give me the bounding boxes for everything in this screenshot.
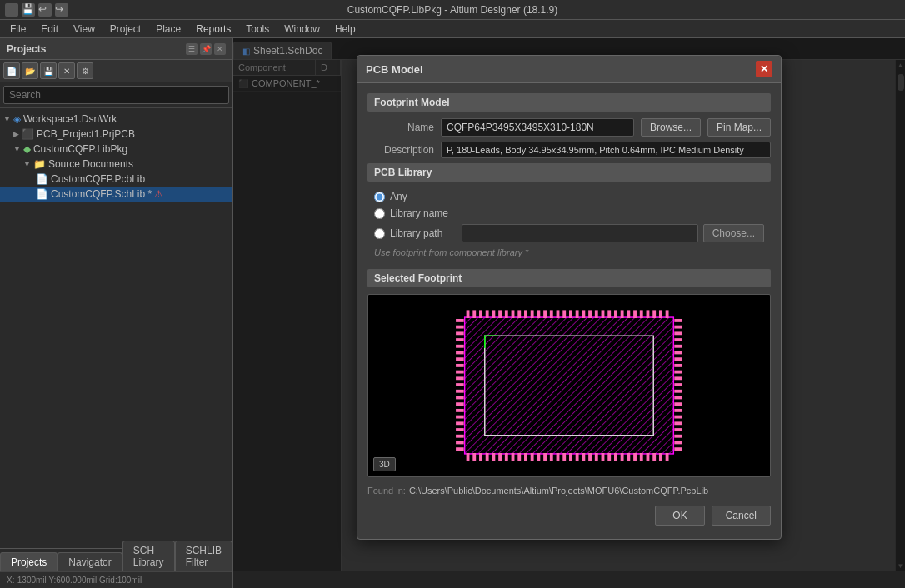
menu-project[interactable]: Project (103, 22, 148, 37)
tree-label-schlib: CustomCQFP.SchLib * (51, 188, 152, 200)
radio-any-label: Any (390, 191, 408, 202)
svg-rect-23 (588, 310, 592, 318)
center-area: ◧ Sheet1.SchDoc Component D ⬛ COMPONENT_… (233, 38, 905, 588)
name-input[interactable] (441, 118, 634, 137)
window-title: CustomCQFP.LibPkg - Altium Designer (18.… (348, 4, 558, 16)
cancel-button[interactable]: Cancel (712, 506, 771, 526)
browse-button[interactable]: Browse... (641, 118, 701, 137)
svg-rect-45 (524, 453, 528, 461)
svg-rect-27 (614, 310, 618, 318)
svg-rect-94 (674, 351, 682, 355)
svg-rect-22 (582, 310, 585, 318)
status-bar: X:-1300mil Y:600.000mil Grid:100mil (7, 576, 142, 585)
svg-rect-42 (505, 453, 508, 461)
tree-expand-icon: ▶ (13, 130, 19, 138)
tab-projects[interactable]: Projects (0, 552, 58, 571)
toolbar-save-btn[interactable]: 💾 (40, 62, 57, 79)
svg-rect-9 (498, 310, 502, 318)
svg-rect-73 (456, 351, 464, 355)
svg-rect-87 (456, 441, 464, 445)
svg-rect-105 (674, 421, 682, 425)
tree-label-workspace: Workspace1.DsnWrk (23, 113, 117, 125)
tab-schlib-filter[interactable]: SCHLIB Filter (175, 541, 232, 571)
toolbar-settings-btn[interactable]: ⚙ (77, 62, 93, 79)
tree-item-schlib[interactable]: 📄 CustomCQFP.SchLib * ⚠ (0, 187, 232, 202)
ok-button[interactable]: OK (655, 506, 704, 526)
toolbar-close-btn[interactable]: ✕ (58, 62, 75, 79)
workspace-icon: ◈ (13, 113, 21, 125)
undo-icon[interactable]: ↩ (38, 3, 52, 17)
svg-rect-65 (652, 453, 656, 461)
found-in-label: Found in: (368, 486, 406, 496)
badge-3d[interactable]: 3D (373, 457, 396, 471)
toolbar-open-btn[interactable]: 📂 (22, 62, 38, 79)
pin-map-button[interactable]: Pin Map... (708, 118, 771, 137)
choose-button[interactable]: Choose... (703, 224, 764, 242)
svg-rect-76 (456, 371, 464, 374)
description-input[interactable] (441, 142, 771, 158)
tree-item-workspace[interactable]: ▼ ◈ Workspace1.DsnWrk (0, 112, 232, 127)
radio-libname-row: Library name (368, 205, 771, 222)
svg-rect-54 (582, 453, 585, 461)
menu-reports[interactable]: Reports (189, 22, 238, 37)
menu-window[interactable]: Window (278, 22, 327, 37)
svg-rect-55 (588, 453, 592, 461)
search-input[interactable] (3, 86, 229, 104)
pcblib-icon: 📄 (36, 173, 48, 185)
tree-item-pcblib[interactable]: 📄 CustomCQFP.PcbLib (0, 172, 232, 187)
svg-rect-28 (621, 310, 624, 318)
menu-help[interactable]: Help (328, 22, 362, 37)
svg-rect-108 (674, 441, 682, 445)
tree-label-libpkg: CustomCQFP.LibPkg (33, 143, 128, 155)
save-icon[interactable]: 💾 (22, 3, 35, 17)
svg-rect-13 (524, 310, 528, 318)
menu-place[interactable]: Place (149, 22, 188, 37)
tree-expand-icon: ▼ (13, 145, 21, 153)
svg-rect-41 (498, 453, 502, 461)
modal-title: PCB Model (366, 63, 423, 76)
panel-close-icon[interactable]: ✕ (214, 43, 226, 55)
svg-rect-18 (557, 310, 560, 318)
svg-rect-34 (659, 310, 662, 318)
svg-rect-24 (595, 310, 598, 318)
description-label: Description (368, 144, 434, 156)
pcb-library-section: Any Library name Library path Choose... (368, 188, 771, 262)
svg-rect-15 (537, 310, 540, 318)
svg-rect-78 (456, 383, 464, 386)
panel-menu-icon[interactable]: ☰ (186, 43, 198, 55)
svg-rect-100 (674, 390, 682, 393)
radio-any[interactable] (374, 192, 385, 202)
menu-tools[interactable]: Tools (239, 22, 276, 37)
menu-view[interactable]: View (67, 22, 102, 37)
menu-edit[interactable]: Edit (34, 22, 65, 37)
pcb-library-header: PCB Library (368, 163, 771, 182)
svg-rect-79 (456, 390, 464, 393)
footprint-preview: 3D (368, 294, 771, 477)
toolbar-new-btn[interactable]: 📄 (3, 62, 20, 79)
svg-rect-51 (562, 453, 566, 461)
menu-file[interactable]: File (3, 22, 32, 37)
tab-sch-library[interactable]: SCH Library (122, 541, 175, 571)
tree-label-sourcedocs: Source Documents (48, 158, 133, 170)
radio-library-path[interactable] (374, 228, 385, 239)
panel-pin-icon[interactable]: 📌 (200, 43, 212, 55)
tree-item-libpkg[interactable]: ▼ ◆ CustomCQFP.LibPkg (0, 142, 232, 157)
svg-rect-30 (633, 310, 637, 318)
tree-item-pcbproject[interactable]: ▶ ⬛ PCB_Project1.PrjPCB (0, 127, 232, 142)
radio-library-name[interactable] (374, 208, 385, 219)
svg-rect-48 (543, 453, 547, 461)
svg-rect-44 (518, 453, 521, 461)
library-path-input[interactable] (462, 224, 698, 242)
svg-rect-66 (659, 453, 662, 461)
svg-rect-85 (456, 428, 464, 431)
modal-close-button[interactable]: ✕ (756, 61, 772, 77)
redo-icon[interactable]: ↪ (55, 3, 68, 17)
tree-item-sourcedocs[interactable]: ▼ 📁 Source Documents (0, 157, 232, 172)
svg-rect-71 (456, 338, 464, 341)
tree-label-pcbproject: PCB_Project1.PrjPCB (37, 128, 135, 140)
radio-any-row: Any (368, 188, 771, 205)
svg-rect-7 (486, 310, 489, 318)
library-path-label: Library path (390, 227, 457, 239)
svg-rect-33 (652, 310, 656, 318)
tab-navigator[interactable]: Navigator (58, 552, 122, 571)
